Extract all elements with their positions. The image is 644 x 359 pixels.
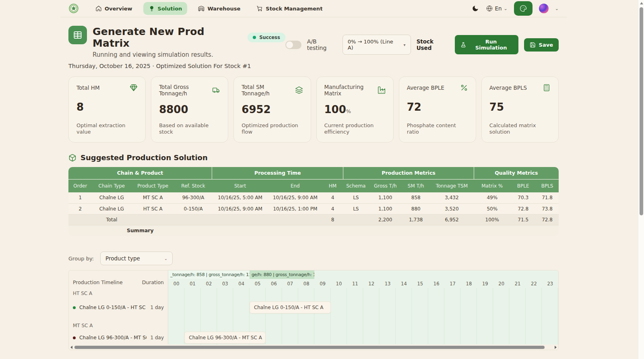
nav-item-stock-management[interactable]: Stock Management — [251, 2, 328, 15]
percent-icon — [460, 84, 468, 92]
save-button[interactable]: Save — [524, 38, 559, 52]
column-header: Order — [68, 179, 92, 192]
user-avatar[interactable] — [539, 4, 549, 13]
column-header: Ref. Stock — [174, 179, 212, 192]
page-title: Generate New Prod Matrix — [93, 26, 240, 49]
language-selector[interactable]: En ⌄ — [486, 5, 507, 12]
timeline-row — [69, 316, 558, 320]
total-cell: Total — [92, 214, 131, 225]
page-vertical-scrollbar[interactable] — [638, 0, 644, 359]
stat-label: Total HM — [76, 85, 100, 91]
matrix-header-icon-box — [68, 26, 87, 44]
nav-item-solution[interactable]: Solution — [143, 2, 188, 15]
table-cell: 73.8 — [536, 203, 559, 214]
gem-icon — [130, 84, 138, 92]
stat-card-average-bple: Average BPLE72Phosphate content ratio — [399, 76, 476, 142]
column-header: SM T/h — [402, 179, 430, 192]
star-rings-logo-icon — [68, 3, 79, 14]
group-by-value: Product type — [105, 255, 140, 262]
table-cell: 10/16/25, 9:00 AM — [212, 203, 268, 214]
top-nav: OverviewSolutionWarehouseStock Managemen… — [60, 0, 567, 17]
table-cell: MT SC A — [131, 192, 174, 203]
stat-card-manufacturing-matrix: Manufacturing Matrix100%Current producti… — [316, 76, 394, 142]
warehouse-icon — [198, 5, 204, 12]
stat-caption: Calculated matrix solution — [489, 122, 551, 136]
table-cell: 96-300/A — [174, 192, 212, 203]
summary-spacer — [212, 225, 559, 236]
page-subtitle: Running and viewing simulation results. — [93, 51, 285, 58]
user-menu-chevron-icon[interactable]: ⌄ — [555, 6, 559, 11]
scrollbar-thumb[interactable] — [74, 346, 545, 349]
range-select-value: 0% → 100% (Line A) — [348, 39, 399, 51]
nav-item-warehouse[interactable]: Warehouse — [193, 2, 246, 15]
summary-row[interactable]: Summary — [68, 225, 559, 236]
app-logo[interactable] — [68, 3, 79, 14]
gantt-bar[interactable]: Chaîne LG 0-150/A - HT SC A — [250, 301, 331, 314]
vertical-scrollbar-thumb[interactable] — [640, 7, 643, 215]
range-select[interactable]: 0% → 100% (Line A) ▾ — [343, 35, 411, 55]
duration-column-label: Duration — [142, 279, 164, 285]
stat-card-total-hm: Total HM8Optimal extraction value — [68, 76, 146, 142]
ab-testing-label: A/B testing — [307, 38, 337, 51]
run-simulation-button[interactable]: Run Simulation — [455, 35, 518, 54]
globe-icon — [486, 5, 493, 12]
palette-icon — [520, 5, 527, 12]
scroll-right-arrow-icon[interactable] — [555, 346, 557, 349]
table-cell: 1,100 — [369, 203, 402, 214]
main-content: Generate New Prod Matrix Success Running… — [60, 26, 567, 359]
chevron-down-icon: ▾ — [404, 43, 406, 47]
status-label: Success — [259, 35, 280, 40]
hour-label: 07 — [282, 279, 298, 288]
total-cell: 6,952 — [430, 214, 474, 225]
table-cell: 2 — [68, 203, 92, 214]
group-by-select[interactable]: Product type ⌄ — [100, 252, 173, 265]
nav-item-overview[interactable]: Overview — [90, 2, 138, 15]
table-cell: 10/16/25, 9:00 AM — [268, 192, 322, 203]
table-cell: 71.8 — [536, 192, 559, 203]
ab-testing-toggle[interactable] — [285, 41, 301, 49]
status-badge: Success — [248, 33, 285, 42]
stat-caption: Optimal extraction value — [76, 122, 138, 136]
header-controls: A/B testing 0% → 100% (Line A) ▾ Stock U… — [285, 35, 559, 55]
total-cell: 71.5 — [510, 214, 536, 225]
column-group-header: Production Metrics — [343, 167, 474, 179]
nav-item-label: Stock Management — [266, 6, 322, 12]
timeline-item-label: Chaîne LG 0-150/A - HT SC A — [79, 305, 147, 310]
stat-caption: Optimized production flow — [242, 122, 303, 136]
hour-label: 08 — [298, 279, 314, 288]
timeline-row: MT SC A — [69, 320, 558, 331]
timeline-row: Chaîne LG 96-300/A - MT SC A1 dayChaîne … — [69, 331, 558, 345]
column-header: BPLE — [510, 179, 536, 192]
table-cell: 10/16/25, 5:00 AM — [212, 192, 268, 203]
hour-label: 21 — [510, 279, 526, 288]
gantt-bar[interactable]: Chaîne LG 96-300/A - MT SC A — [184, 332, 266, 344]
hour-label: 02 — [201, 279, 217, 288]
save-icon — [530, 42, 536, 48]
timeline-item-duration: 1 day — [150, 335, 164, 340]
scroll-up-arrow-icon[interactable] — [640, 2, 643, 4]
table-cell: 4 — [322, 192, 343, 203]
timeline-horizontal-scrollbar[interactable] — [69, 345, 558, 350]
table-cell: 10/16/25, 1:00 PM — [268, 203, 322, 214]
total-cell: 100% — [474, 214, 510, 225]
column-header: End — [268, 179, 322, 192]
scroll-left-arrow-icon[interactable] — [70, 346, 72, 349]
chevron-down-icon: ⌄ — [504, 6, 508, 11]
scrollbar-track[interactable] — [74, 346, 553, 349]
stat-caption: Based on available stock — [159, 122, 220, 136]
calculator-icon — [543, 84, 551, 92]
timeline-header-right: _tonnage/h: 858 | gross_tonnage/h: 1100g… — [168, 270, 558, 288]
timeline-header-left: Production Timeline Duration — [69, 270, 168, 288]
column-header: Gross T/h — [369, 179, 402, 192]
summary-label[interactable]: Summary — [68, 225, 212, 236]
palette-button[interactable] — [514, 1, 533, 16]
table-cell: 0-150/A — [174, 203, 212, 214]
dark-mode-toggle[interactable] — [471, 4, 480, 13]
hour-label: 17 — [444, 279, 460, 288]
column-group-header: Quality Metrics — [474, 167, 559, 179]
timeline-panel: Production Timeline Duration _tonnage/h:… — [68, 270, 559, 350]
table-cell: 1,100 — [369, 192, 402, 203]
total-cell — [343, 214, 369, 225]
timeline-item-duration: 1 day — [150, 305, 164, 310]
hour-label: 06 — [266, 279, 282, 288]
